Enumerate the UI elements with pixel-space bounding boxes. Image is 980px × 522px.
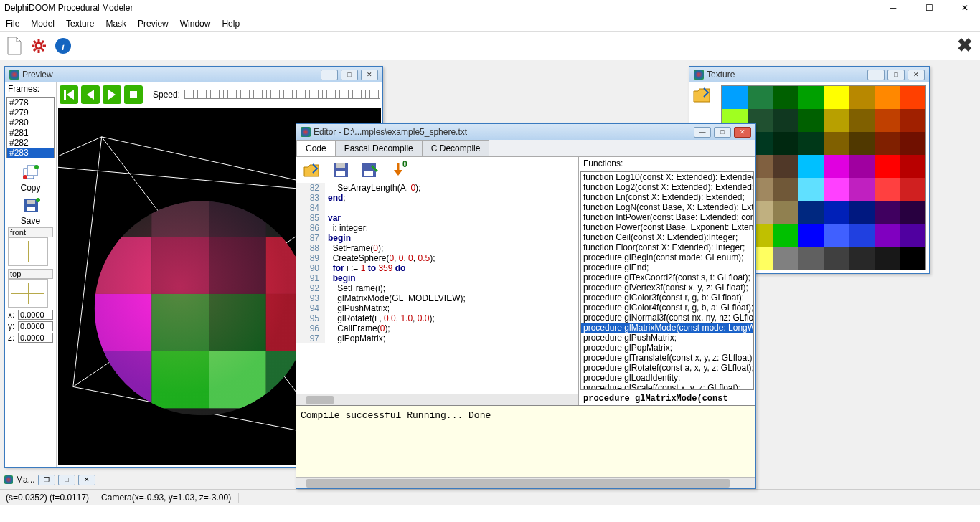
frame-item[interactable]: #280 [7,118,54,128]
texture-swatch[interactable] [773,132,798,155]
texture-swatch[interactable] [900,224,926,247]
texture-swatch[interactable] [849,109,875,132]
texture-swatch[interactable] [798,132,824,155]
code-hscrollbar[interactable] [296,394,578,405]
frame-item[interactable]: #278 [7,98,54,108]
texture-swatch[interactable] [900,155,926,178]
tab-pascal-decompile[interactable]: Pascal Decompile [335,140,423,156]
minimized-close-button[interactable]: ✕ [78,475,95,485]
preview-close-button[interactable]: ✕ [361,70,378,80]
function-item[interactable]: function Power(const Base, Exponent: Ext… [581,222,753,232]
function-item[interactable]: procedure glBegin(const mode: GLenum); [581,252,753,262]
texture-swatch[interactable] [824,86,849,109]
texture-swatch[interactable] [773,178,798,201]
texture-swatch[interactable] [875,86,900,109]
texture-swatch[interactable] [798,178,824,201]
texture-titlebar[interactable]: Texture — □ ✕ [689,67,929,82]
tab-c-decompile[interactable]: C Decompile [422,140,490,156]
frame-item[interactable]: #281 [7,128,54,138]
save-button[interactable]: Save [15,197,47,226]
texture-swatch[interactable] [875,201,900,224]
function-item[interactable]: procedure glTexCoord2f(const s, t: GLflo… [581,272,753,283]
tab-code[interactable]: Code [296,140,336,156]
texture-swatch[interactable] [900,86,926,109]
texture-swatch[interactable] [849,247,875,270]
menu-window[interactable]: Window [180,19,211,29]
texture-swatch[interactable] [824,178,849,201]
play-button[interactable] [103,85,121,104]
texture-swatch[interactable] [824,247,849,270]
function-item[interactable]: procedure glVertex3f(const x, y, z: GLfl… [581,283,753,293]
first-frame-button[interactable] [60,85,78,104]
texture-minimize-button[interactable]: — [867,70,885,80]
frame-item[interactable]: #282 [7,138,54,148]
texture-swatch[interactable] [900,247,926,270]
texture-open-icon[interactable] [692,96,712,106]
preview-maximize-button[interactable]: □ [341,70,358,80]
run-icon[interactable]: 01 [388,160,408,180]
info-icon[interactable]: i [55,37,72,54]
menu-texture[interactable]: Texture [66,19,94,29]
top-axis[interactable] [8,279,48,308]
function-item[interactable]: procedure glTranslatef(const x, y, z: GL… [581,353,753,363]
texture-swatch[interactable] [849,201,875,224]
function-item[interactable]: function Floor(const X: Extended): Integ… [581,242,753,252]
code-editor[interactable]: 82 SetArrayLength(A, 0);83end;8485var86 … [296,183,578,394]
close-button[interactable]: ✕ [954,3,976,13]
preview-minimize-button[interactable]: — [321,70,338,80]
function-item[interactable]: procedure glPushMatrix; [581,333,753,343]
output-hscrollbar[interactable] [296,477,755,488]
minimized-maximize-button[interactable]: □ [58,475,75,485]
menu-file[interactable]: File [6,19,19,29]
editor-maximize-button[interactable]: □ [714,127,731,138]
texture-swatch[interactable] [875,132,900,155]
texture-swatch[interactable] [798,155,824,178]
texture-swatch[interactable] [773,247,798,270]
close-x-icon[interactable]: ✖ [957,34,973,57]
texture-close-button[interactable]: ✕ [908,70,925,80]
prev-frame-button[interactable] [81,85,100,104]
texture-swatch[interactable] [824,224,849,247]
frame-item-selected[interactable]: #283 [7,148,54,158]
open-icon[interactable] [302,160,322,180]
front-axis[interactable] [8,237,48,266]
texture-swatch[interactable] [875,109,900,132]
editor-titlebar[interactable]: Editor - D:\...mples\example5_sphere.txt… [296,124,755,140]
minimized-restore-button[interactable]: ❐ [38,475,55,485]
preview-titlebar[interactable]: Preview — □ ✕ [5,67,382,82]
copy-button[interactable]: Copy [15,164,47,193]
texture-swatch[interactable] [900,201,926,224]
texture-swatch[interactable] [824,155,849,178]
texture-swatch[interactable] [773,155,798,178]
texture-swatch[interactable] [849,155,875,178]
minimized-window[interactable]: Ma... ❐ □ ✕ [4,475,95,485]
texture-swatch[interactable] [875,178,900,201]
function-item[interactable]: function Ceil(const X: Extended):Integer… [581,232,753,242]
texture-swatch[interactable] [773,109,798,132]
frames-list[interactable]: #278 #279 #280 #281 #282 #283 [6,97,55,158]
texture-swatch[interactable] [798,109,824,132]
texture-swatch[interactable] [875,247,900,270]
texture-swatch[interactable] [849,132,875,155]
function-item[interactable]: procedure glLoadIdentity; [581,373,753,383]
x-input[interactable] [18,310,53,320]
function-item[interactable]: procedure glRotatef(const a, x, y, z: GL… [581,363,753,373]
texture-swatch[interactable] [824,132,849,155]
gear-icon[interactable] [30,37,47,54]
texture-swatch[interactable] [798,201,824,224]
texture-swatch[interactable] [748,86,773,109]
texture-swatch[interactable] [900,178,926,201]
function-item[interactable]: function IntPower(const Base: Extended; … [581,212,753,222]
texture-swatch[interactable] [773,201,798,224]
menu-help[interactable]: Help [222,19,240,29]
texture-swatch[interactable] [824,109,849,132]
frame-item[interactable]: #279 [7,108,54,118]
menu-model[interactable]: Model [31,19,55,29]
speed-slider[interactable] [184,90,380,99]
function-item[interactable]: function LogN(const Base, X: Extended): … [581,202,753,212]
function-item[interactable]: procedure glPopMatrix; [581,343,753,353]
function-item[interactable]: function Ln(const X: Extended): Extended… [581,192,753,202]
texture-swatch[interactable] [824,201,849,224]
texture-swatch[interactable] [900,109,926,132]
y-input[interactable] [18,321,53,331]
